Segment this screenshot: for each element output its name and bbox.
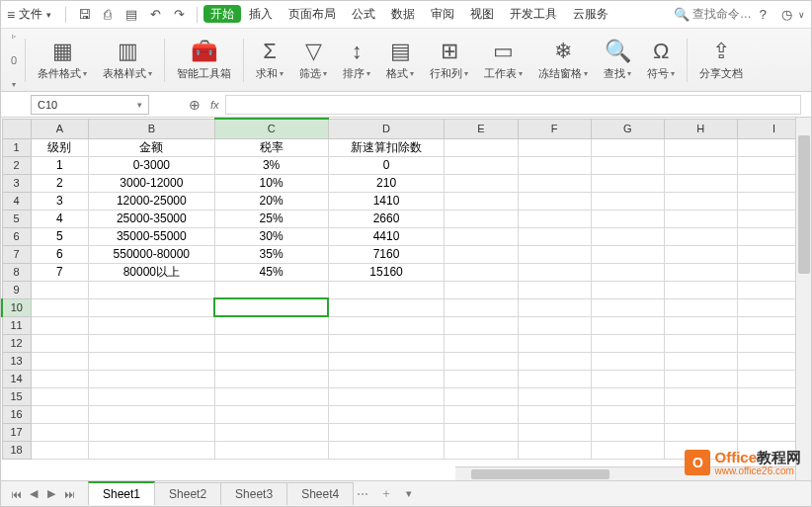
sheet-tab[interactable]: Sheet2: [154, 482, 221, 505]
tab-first-icon[interactable]: ⏮: [7, 488, 25, 500]
cell[interactable]: [664, 192, 737, 210]
freeze-panes-button[interactable]: ❄ 冻结窗格▾: [530, 39, 596, 81]
sheet-tab[interactable]: Sheet1: [88, 481, 155, 505]
print-preview-icon[interactable]: ▤: [122, 5, 141, 25]
ribbon-tab[interactable]: 数据: [383, 4, 423, 24]
ribbon-tab[interactable]: 云服务: [565, 4, 616, 24]
cell[interactable]: [328, 281, 445, 298]
cell[interactable]: [214, 316, 328, 334]
vertical-scrollbar[interactable]: [795, 118, 811, 480]
cell[interactable]: [664, 405, 737, 423]
cell[interactable]: [518, 281, 591, 298]
cell[interactable]: [518, 138, 591, 156]
row-header[interactable]: 1: [2, 138, 31, 156]
cell[interactable]: [664, 174, 737, 192]
more-tabs-icon[interactable]: ⋯: [353, 487, 372, 501]
row-col-button[interactable]: ⊞ 行和列▾: [422, 39, 476, 81]
cell[interactable]: [89, 298, 215, 316]
ribbon-tab[interactable]: 视图: [462, 4, 502, 24]
sum-button[interactable]: Σ 求和▾: [248, 39, 291, 81]
cell[interactable]: [591, 352, 664, 370]
cell[interactable]: [518, 334, 591, 352]
cell[interactable]: [445, 405, 518, 423]
spreadsheet-grid[interactable]: ABCDEFGHI1级别金额税率新速算扣除数210-30003%0323000-…: [1, 118, 811, 477]
cell[interactable]: [89, 441, 215, 459]
cell[interactable]: 30%: [214, 227, 328, 245]
name-box[interactable]: C10 ▾: [31, 95, 149, 115]
ribbon-tab[interactable]: 审阅: [423, 4, 462, 24]
paste-indicator[interactable]: ▹0▾: [7, 32, 21, 89]
cell[interactable]: [214, 441, 328, 459]
cell[interactable]: [445, 352, 518, 370]
cell[interactable]: [445, 334, 518, 352]
cell[interactable]: [664, 210, 737, 227]
undo-icon[interactable]: ↶: [145, 5, 165, 25]
cell[interactable]: [328, 441, 445, 459]
cell[interactable]: [591, 245, 664, 263]
cell[interactable]: [445, 316, 518, 334]
chevron-down-icon[interactable]: ∨: [798, 10, 805, 20]
cell[interactable]: [445, 227, 518, 245]
sort-button[interactable]: ↕ 排序▾: [335, 39, 378, 81]
cell[interactable]: 3%: [214, 156, 328, 174]
cell[interactable]: [591, 370, 664, 387]
cell[interactable]: 3000-12000: [89, 174, 215, 192]
cell[interactable]: 5: [31, 227, 88, 245]
command-search[interactable]: 🔍 查找命令…: [674, 6, 752, 23]
cell[interactable]: [31, 387, 88, 405]
cell[interactable]: [664, 334, 737, 352]
cell[interactable]: 0: [328, 156, 445, 174]
worksheet-button[interactable]: ▭ 工作表▾: [476, 39, 530, 81]
sheet-tab[interactable]: Sheet4: [286, 482, 354, 505]
cell[interactable]: [328, 387, 445, 405]
ribbon-tab[interactable]: 页面布局: [281, 4, 344, 24]
cell[interactable]: [445, 245, 518, 263]
row-header[interactable]: 11: [2, 316, 31, 334]
file-menu-arrow-icon[interactable]: ▾: [46, 10, 51, 20]
cell[interactable]: [591, 334, 664, 352]
row-header[interactable]: 6: [2, 227, 31, 245]
cell[interactable]: [591, 192, 664, 210]
cell[interactable]: [89, 316, 215, 334]
row-header[interactable]: 9: [2, 281, 31, 298]
cell[interactable]: [591, 174, 664, 192]
ribbon-tab[interactable]: 插入: [241, 4, 281, 24]
cell[interactable]: 1: [31, 156, 88, 174]
column-header[interactable]: E: [445, 119, 518, 138]
cell[interactable]: [445, 298, 518, 316]
cell[interactable]: [445, 281, 518, 298]
cell[interactable]: [591, 298, 664, 316]
cell[interactable]: 4: [31, 210, 88, 227]
cell[interactable]: [518, 210, 591, 227]
cell[interactable]: 金额: [89, 138, 215, 156]
cell[interactable]: 新速算扣除数: [328, 138, 445, 156]
cell[interactable]: [518, 174, 591, 192]
tab-last-icon[interactable]: ⏭: [60, 488, 78, 500]
row-header[interactable]: 2: [2, 156, 31, 174]
row-header[interactable]: 12: [2, 334, 31, 352]
row-header[interactable]: 17: [2, 423, 31, 441]
row-header[interactable]: 3: [2, 174, 31, 192]
fx-label[interactable]: fx: [210, 99, 219, 111]
conditional-format-button[interactable]: ▦ 条件格式▾: [30, 39, 95, 81]
cell[interactable]: [518, 298, 591, 316]
cell[interactable]: [664, 281, 737, 298]
cell[interactable]: 550000-80000: [89, 245, 215, 263]
cell[interactable]: [214, 370, 328, 387]
cell[interactable]: 7: [31, 263, 88, 281]
cell[interactable]: [214, 298, 328, 316]
cell[interactable]: [328, 352, 445, 370]
column-header[interactable]: G: [591, 119, 664, 138]
cell[interactable]: 10%: [214, 174, 328, 192]
cell[interactable]: [518, 441, 591, 459]
symbol-button[interactable]: Ω 符号▾: [639, 39, 683, 81]
cell[interactable]: [445, 138, 518, 156]
cell[interactable]: 0-3000: [89, 156, 215, 174]
cell[interactable]: [664, 263, 737, 281]
ribbon-tab[interactable]: 开发工具: [502, 4, 565, 24]
ribbon-tab[interactable]: 公式: [344, 4, 383, 24]
cell[interactable]: [445, 423, 518, 441]
cell[interactable]: [214, 334, 328, 352]
cell[interactable]: [591, 156, 664, 174]
smart-toolbox-button[interactable]: 🧰 智能工具箱: [169, 39, 239, 81]
